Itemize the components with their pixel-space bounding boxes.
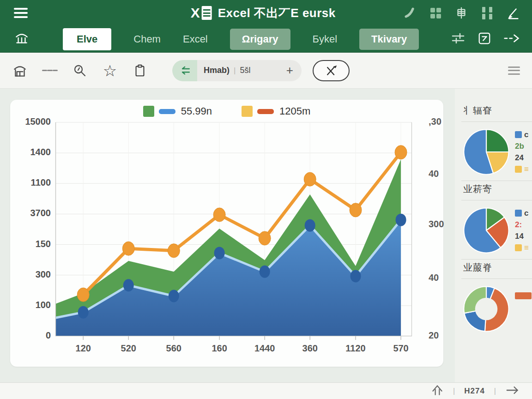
search-icon[interactable] (72, 63, 88, 79)
chart-legend: 55.99n 1205m (10, 105, 443, 117)
legend-dash-red (257, 109, 274, 114)
arrow-right-icon[interactable] (505, 384, 520, 399)
brush-icon[interactable] (403, 6, 417, 20)
cell-ref-text: 5šl (240, 66, 250, 75)
legend-text: c (524, 209, 528, 218)
pie-legend-item: 24 (515, 153, 529, 163)
pen-icon[interactable] (506, 6, 520, 20)
status-cell-ref: H274 (464, 387, 485, 396)
x-axis-label: 520 (121, 343, 136, 354)
plot-area (55, 122, 412, 336)
legend-item-1: 55.99n (143, 105, 212, 117)
tab-list: Elve Chem Excel Ωrigary Бykel Tkivary (63, 28, 419, 50)
pause-icon[interactable] (480, 6, 494, 20)
storefront-icon[interactable] (12, 63, 28, 79)
y-left-label: 100 (14, 300, 51, 310)
x-axis-label: 1440 (254, 343, 275, 354)
topbar-actions (403, 0, 520, 26)
tab-excel[interactable]: Excel (183, 33, 208, 45)
y-right-label: 40 (429, 272, 456, 283)
pie-legend-item: ≡ (515, 243, 529, 253)
sidebar-section-3: 业菔脊 (461, 259, 532, 338)
window-grid-icon[interactable] (454, 6, 468, 20)
legend-text: c (524, 130, 528, 139)
tab-chem[interactable]: Chem (133, 33, 161, 45)
y-right-label: 20 (429, 330, 456, 341)
chart-card: 55.99n 1205m 150001400110037001503001000… (10, 100, 443, 367)
combo-chart (55, 122, 412, 336)
legend-text: 24 (515, 153, 524, 163)
pie-legend-item: 14 (515, 232, 529, 241)
sidebar-section-1: 丬辐眘 c2b24≡ (461, 104, 532, 181)
section-title: 丬辐眘 (463, 104, 532, 117)
y-right-label: 300 (429, 219, 456, 230)
x-axis-label: 560 (166, 343, 181, 354)
pie-legend-2: c2:14≡ (515, 206, 529, 254)
x-axis-label: 1120 (345, 343, 365, 354)
legend-text: 14 (515, 232, 524, 241)
add-button[interactable]: + (286, 63, 293, 78)
clipboard-icon[interactable] (132, 63, 148, 79)
menu-icon[interactable] (42, 63, 58, 79)
y-left-label: 3700 (14, 208, 51, 218)
donut-chart (462, 285, 510, 333)
excel-logo-letter: X (191, 5, 200, 21)
x-axis-label: 160 (212, 343, 227, 354)
grid-icon[interactable] (429, 6, 442, 20)
pie-legend-item: c (515, 130, 529, 139)
y-right-label: 40 (429, 169, 456, 179)
y-left-label: 300 (14, 269, 51, 280)
star-icon[interactable]: ☆ (102, 63, 118, 79)
x-axis-label: 570 (393, 343, 408, 354)
x-axis-label: 360 (302, 343, 318, 354)
pie-legend-1: c2b24≡ (515, 128, 529, 176)
pie-chart-2 (462, 206, 510, 254)
dashed-arrow-icon[interactable] (503, 31, 520, 47)
legend-text: 2b (515, 142, 524, 151)
pie-legend-item: 2b (515, 142, 529, 151)
home-up-icon[interactable] (431, 384, 444, 399)
fx-button[interactable] (313, 60, 350, 81)
status-divider: | (453, 387, 455, 395)
legend-swatch (515, 244, 522, 251)
pie-chart-1 (462, 128, 510, 176)
app-title: Excel 不出丆E eursk (218, 5, 336, 21)
back-arrows-icon[interactable] (172, 60, 197, 81)
pie-row (461, 279, 532, 338)
tabbar-actions (451, 31, 520, 48)
tab-tkivary[interactable]: Tkivary (359, 29, 419, 50)
legend-text: ≡ (524, 165, 529, 174)
overflow-menu-icon[interactable] (508, 64, 520, 77)
legend-swatch (515, 166, 522, 173)
legend-swatch (515, 210, 522, 217)
filter-sliders-icon[interactable] (451, 31, 466, 48)
section-title: 业菥寄 (463, 183, 532, 195)
legend-swatch (515, 292, 532, 299)
sidebar-section-2: 业菥寄 c2:14≡ (461, 181, 532, 259)
y-right-label: ,30 (429, 116, 456, 127)
y-left-label: 15000 (14, 116, 51, 127)
legend-label: 55.99n (181, 105, 212, 117)
pie-legend-item: 2: (515, 220, 529, 230)
donut-legend (515, 285, 532, 333)
status-bar: | H274 | (0, 382, 532, 399)
top-app-bar: X Excel 不出丆E eursk (0, 0, 532, 26)
section-divider (461, 259, 532, 260)
cell-name-text: Hmab) (204, 66, 230, 75)
hamburger-menu-icon[interactable] (14, 8, 28, 20)
y-left-label: 150 (14, 239, 51, 249)
y-left-label: 0 (14, 330, 51, 341)
home-bank-icon[interactable] (14, 30, 30, 48)
pie-row: c2:14≡ (461, 200, 532, 259)
tab-elve[interactable]: Elve (63, 28, 111, 50)
section-divider (461, 181, 532, 181)
pie-legend-item: c (515, 209, 529, 218)
legend-swatch-green (143, 106, 154, 117)
name-box[interactable]: Hmab) | 5šl + (172, 60, 302, 81)
tab-origary[interactable]: Ωrigary (230, 29, 290, 50)
tab-bykel[interactable]: Бykel (313, 33, 338, 45)
section-title: 业菔脊 (463, 261, 532, 274)
external-link-icon[interactable] (478, 31, 491, 47)
y-left-label: 1400 (14, 147, 51, 157)
app-brand: X Excel 不出丆E eursk (191, 0, 336, 26)
